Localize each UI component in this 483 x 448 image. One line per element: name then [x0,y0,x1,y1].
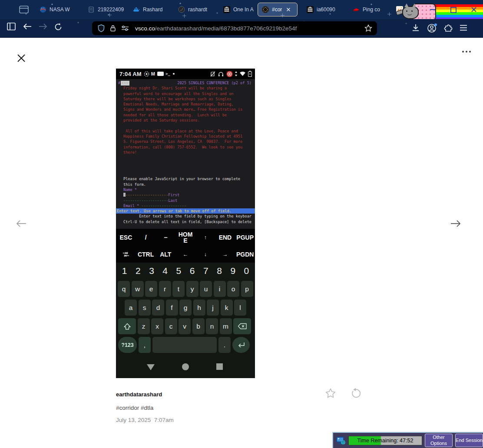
letter-key: o [227,281,239,297]
forward-button-icon[interactable] [38,23,48,30]
close-lightbox-icon[interactable] [17,53,26,63]
letter-key: p [241,281,253,297]
end-key: END [215,234,235,241]
alt-key: ALT [155,251,175,258]
url-host: vsco.co [135,25,155,32]
favorite-star-icon[interactable] [325,388,336,399]
android-recents-icon [216,363,223,370]
backspace-key [233,318,251,334]
menu-hamburger-icon[interactable] [460,24,467,31]
terminal-title-line: # --- 2025 SINGLES CONFERENCE (p2 of 5) [116,80,255,86]
terminal-screen: # --- 2025 SINGLES CONFERENCE (p2 of 5) … [116,79,255,230]
back-button-icon[interactable] [23,23,32,30]
letter-key: l [234,300,246,316]
tab-corridor-active[interactable]: #cor [258,3,298,16]
sidebar-toggle-icon[interactable] [7,23,16,30]
letter-key: c [165,318,177,334]
minus-key: − [155,234,175,241]
lock-icon[interactable] [110,25,116,32]
downloads-icon[interactable] [411,23,420,32]
session-timer-widget: Time Remaining: 47:52 Other Options End … [332,432,483,448]
tab-rashardt[interactable]: rashardt [174,3,219,16]
permissions-icon[interactable] [121,25,129,31]
maximize-button[interactable] [450,7,457,13]
page-favicon-icon [88,6,95,13]
terminal-line: there! [116,150,255,155]
num-key: 4 [159,264,172,278]
letter-key: r [159,281,171,297]
nyan-cat-mouth [407,13,412,15]
bookmark-star-icon[interactable] [364,24,372,32]
url-path: /earthdatarashard/media/6873bd877e706c92… [155,25,297,32]
tab-one-in-a[interactable]: One In A [219,3,258,16]
esc-key: ESC [116,234,136,241]
backspace-icon [238,323,247,329]
tab-nasa[interactable]: NASA W [36,3,84,16]
other-options-button[interactable]: Other Options [425,434,453,447]
tab-ping[interactable]: Ping co [349,3,392,16]
terminal-line: Happiness Family Christian Fellowship lo… [116,134,255,139]
url-text[interactable]: vsco.co/earthdatarashard/media/6873bd877… [135,25,364,32]
end-session-button[interactable]: End Session [455,434,483,447]
form-email-field: Email * -------------------- [116,203,255,208]
docker-favicon-icon [133,6,140,13]
post-caption[interactable]: #corridor #dtla [116,405,153,411]
letter-key: f [166,300,178,316]
recording-active-icon [226,71,233,77]
terminal-line: needed for all those attending. Lunch wi… [116,112,255,118]
url-bar[interactable]: vsco.co/earthdatarashard/media/6873bd877… [92,21,377,35]
next-media-arrow[interactable] [450,220,461,227]
account-icon[interactable] [427,23,437,33]
letter-key: q [118,281,130,297]
tab-key [116,252,136,257]
extensions-puzzle-icon[interactable] [444,23,453,32]
sparkle-decoration [281,13,285,17]
tab-title: rashardt [188,7,207,13]
tab-219222409[interactable]: 219222409 ( [84,3,129,16]
tab-close-icon[interactable] [285,6,292,13]
internet-archive-favicon-icon [307,6,314,13]
redhat-favicon-icon [353,6,360,13]
firefox-view-icon[interactable] [19,6,29,13]
terminal-line: Saturday there will be workshops such as… [116,96,255,102]
form-first-field: -------------------First [116,192,255,198]
num-key: 7 [199,264,212,278]
republish-icon[interactable] [350,388,361,399]
enter-key [232,337,250,353]
letter-key: h [193,300,205,316]
letter-key: d [152,300,164,316]
reload-button-icon[interactable] [54,23,63,31]
time-remaining-bar: Time Remaining: 47:52 [348,436,422,445]
home-key: HOME [175,231,195,244]
terminal-line: provided at the Saturday sessions. [116,118,255,123]
more-options-icon[interactable] [462,51,471,53]
form-name-label: Name * [116,187,255,192]
num-key: 3 [145,264,158,278]
terminal-line: Signs and Wonders and much more… Free Re… [116,107,255,112]
terminal-line: Please enable JavaScript in your browser… [116,176,255,181]
tab-title: Rashard [143,7,162,13]
screen-record-notification-icon [144,71,149,77]
space-key [152,337,217,353]
terminal-line: Enter text into the field by typing on t… [116,214,255,219]
computer-session-icon [335,435,346,446]
time-remaining-text: Time Remaining: 47:52 [349,436,422,445]
tracking-shield-icon[interactable] [98,24,105,32]
previous-media-arrow[interactable] [16,220,27,227]
tab-key-icon [122,252,129,257]
terminal-status-bar: Enter text. Use arrows or tab to move of… [116,208,255,214]
num-key: 5 [172,264,185,278]
letter-key: n [206,318,218,334]
tab-ia60090[interactable]: ia60090 [303,3,349,16]
terminal-line: Friday night Dr. Shari Scott will be sha… [116,86,255,91]
right-arrow-key: → [215,251,235,257]
maximize-icon [450,7,457,13]
sparkle-decoration [182,14,186,18]
minimize-button[interactable] [430,9,435,10]
browser-window: NASA W 219222409 ( Rashard [0,0,483,448]
post-username[interactable]: earthdatarashard [116,391,162,398]
letter-key: m [220,318,232,334]
close-window-button[interactable] [471,7,477,13]
media-photo-phone-screenshot: 7:04 AM M >_ [116,69,255,378]
tab-rashard-docker[interactable]: Rashard [129,3,174,16]
